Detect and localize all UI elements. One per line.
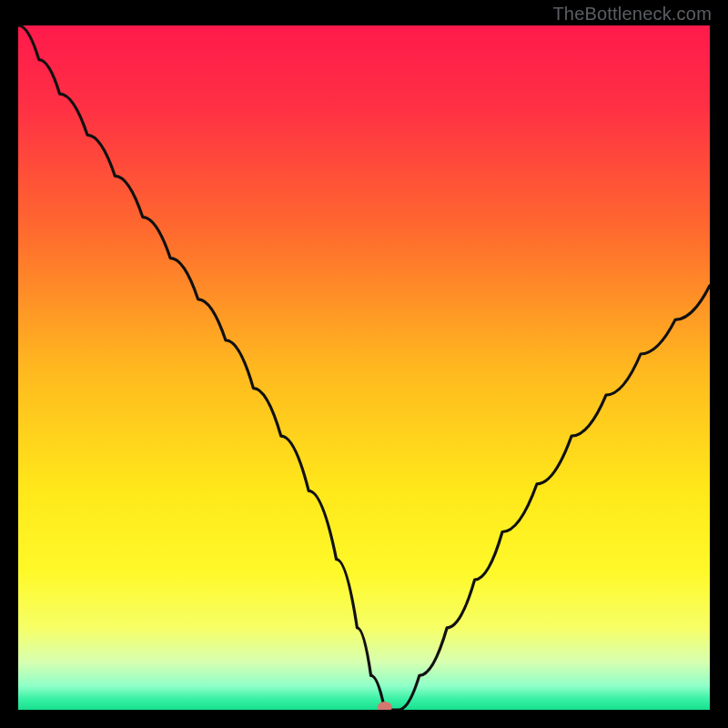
watermark-label: TheBottleneck.com [552,4,712,25]
plot-svg [18,25,710,710]
gradient-background [18,25,710,710]
chart-frame: TheBottleneck.com [0,0,728,728]
plot-area [18,25,710,710]
